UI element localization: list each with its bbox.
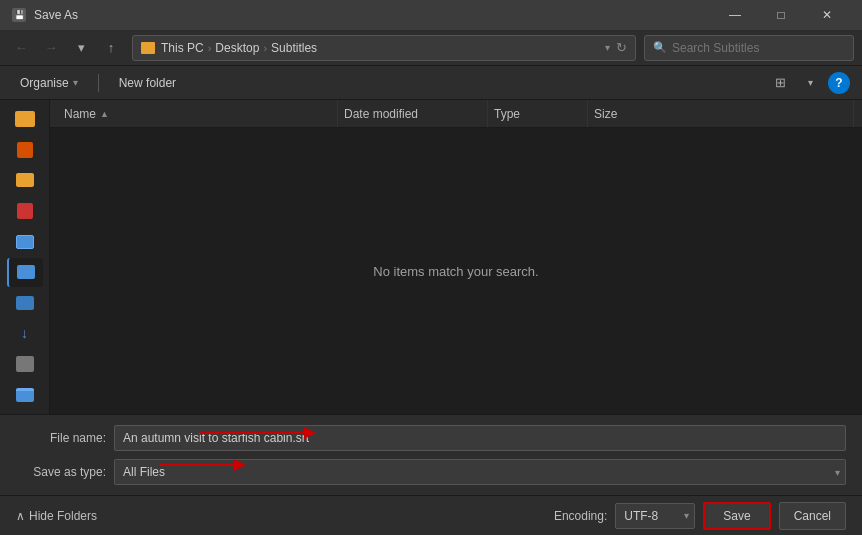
recent-locations-button[interactable]: ▾ — [68, 35, 94, 61]
col-header-date[interactable]: Date modified — [338, 100, 488, 127]
sidebar-item-4[interactable] — [7, 197, 43, 226]
encoding-select[interactable]: UTF-8 UTF-16 ANSI ASCII — [615, 503, 695, 529]
col-header-name[interactable]: Name ▲ — [58, 100, 338, 127]
path-this-pc[interactable]: This PC — [161, 41, 204, 55]
maximize-button[interactable]: □ — [758, 0, 804, 30]
sidebar: ↓ — [0, 100, 50, 414]
new-folder-label: New folder — [119, 76, 176, 90]
footer-right: Encoding: UTF-8 UTF-16 ANSI ASCII ▾ Save… — [554, 502, 846, 530]
sidebar-folder-blue2-icon — [16, 296, 34, 310]
file-name-row: File name: — [16, 425, 846, 451]
refresh-icon[interactable]: ↻ — [616, 40, 627, 55]
file-name-input[interactable] — [114, 425, 846, 451]
sidebar-icon-2 — [17, 142, 33, 158]
col-date-label: Date modified — [344, 107, 418, 121]
toolbar-right: ⊞ ▾ ? — [768, 71, 850, 95]
navigation-bar: ← → ▾ ↑ This PC › Desktop › Subtitles ▾ … — [0, 30, 862, 66]
sidebar-item-5[interactable] — [7, 227, 43, 256]
app-icon: 💾 — [12, 8, 26, 22]
file-list-content: No items match your search. — [50, 128, 862, 414]
sidebar-item-2[interactable] — [7, 136, 43, 165]
new-folder-button[interactable]: New folder — [111, 70, 184, 96]
organise-button[interactable]: Organise ▾ — [12, 70, 86, 96]
minimize-button[interactable]: — — [712, 0, 758, 30]
hide-folders-chevron-icon: ∧ — [16, 509, 25, 523]
col-name-label: Name — [64, 107, 96, 121]
save-as-type-label: Save as type: — [16, 465, 106, 479]
organise-label: Organise — [20, 76, 69, 90]
search-box[interactable]: 🔍 — [644, 35, 854, 61]
bottom-form: File name: Save as type: All Files Text … — [0, 414, 862, 495]
path-sep-2: › — [263, 42, 267, 54]
sidebar-item-6[interactable] — [7, 258, 43, 287]
encoding-select-wrapper: UTF-8 UTF-16 ANSI ASCII ▾ — [615, 503, 695, 529]
sort-arrow-icon: ▲ — [100, 109, 109, 119]
title-bar: 💾 Save As — □ ✕ — [0, 0, 862, 30]
toolbar: Organise ▾ New folder ⊞ ▾ ? — [0, 66, 862, 100]
col-header-type[interactable]: Type — [488, 100, 588, 127]
title-bar-left: 💾 Save As — [12, 8, 78, 22]
sidebar-item-1[interactable] — [7, 105, 43, 134]
path-sep-1: › — [208, 42, 212, 54]
sidebar-folder-blue-icon — [17, 265, 35, 279]
view-icon: ⊞ — [775, 75, 786, 90]
address-bar[interactable]: This PC › Desktop › Subtitles ▾ ↻ — [132, 35, 636, 61]
path-subtitles[interactable]: Subtitles — [271, 41, 317, 55]
main-area: ↓ Name ▲ Date modified Type Size N — [0, 100, 862, 414]
file-list-area: Name ▲ Date modified Type Size No items … — [50, 100, 862, 414]
address-dropdown-icon[interactable]: ▾ — [605, 42, 610, 53]
sidebar-icon-4 — [17, 203, 33, 219]
encoding-label: Encoding: — [554, 509, 607, 523]
sidebar-down-icon: ↓ — [21, 325, 28, 341]
window-controls: — □ ✕ — [712, 0, 850, 30]
save-as-type-select-wrapper: All Files Text Files (*.txt) SRT Files (… — [114, 459, 846, 485]
save-as-type-select[interactable]: All Files Text Files (*.txt) SRT Files (… — [114, 459, 846, 485]
sidebar-folder-icon-1 — [15, 111, 35, 127]
file-name-label: File name: — [16, 431, 106, 445]
save-as-type-row: Save as type: All Files Text Files (*.tx… — [16, 459, 846, 485]
search-input[interactable] — [672, 41, 845, 55]
sidebar-item-9[interactable] — [7, 350, 43, 379]
sidebar-item-3[interactable] — [7, 166, 43, 195]
up-button[interactable]: ↑ — [98, 35, 124, 61]
view-options-button[interactable]: ⊞ — [768, 71, 792, 95]
back-button[interactable]: ← — [8, 35, 34, 61]
hide-folders-label: Hide Folders — [29, 509, 97, 523]
view-chevron-icon: ▾ — [808, 77, 813, 88]
sidebar-monitor-icon — [16, 235, 34, 249]
column-headers: Name ▲ Date modified Type Size — [50, 100, 862, 128]
sidebar-item-7[interactable] — [7, 289, 43, 318]
close-button[interactable]: ✕ — [804, 0, 850, 30]
sidebar-folder-icon-3 — [16, 173, 34, 187]
help-button[interactable]: ? — [828, 72, 850, 94]
hide-folders-button[interactable]: ∧ Hide Folders — [16, 509, 97, 523]
organise-chevron-icon: ▾ — [73, 77, 78, 88]
footer: ∧ Hide Folders Encoding: UTF-8 UTF-16 AN… — [0, 495, 862, 535]
col-type-label: Type — [494, 107, 520, 121]
cancel-button[interactable]: Cancel — [779, 502, 846, 530]
path-desktop[interactable]: Desktop — [215, 41, 259, 55]
view-chevron-button[interactable]: ▾ — [798, 71, 822, 95]
sidebar-item-8[interactable]: ↓ — [7, 319, 43, 348]
empty-message: No items match your search. — [373, 264, 538, 279]
folder-icon — [141, 42, 155, 54]
breadcrumb: This PC › Desktop › Subtitles — [141, 41, 599, 55]
search-icon: 🔍 — [653, 41, 667, 54]
sidebar-disk-icon — [16, 356, 34, 372]
save-button[interactable]: Save — [703, 502, 770, 530]
col-header-size[interactable]: Size — [588, 100, 854, 127]
sidebar-icon-10 — [16, 388, 34, 402]
col-size-label: Size — [594, 107, 617, 121]
forward-button[interactable]: → — [38, 35, 64, 61]
toolbar-separator — [98, 74, 99, 92]
sidebar-item-10[interactable] — [7, 380, 43, 409]
title-text: Save As — [34, 8, 78, 22]
